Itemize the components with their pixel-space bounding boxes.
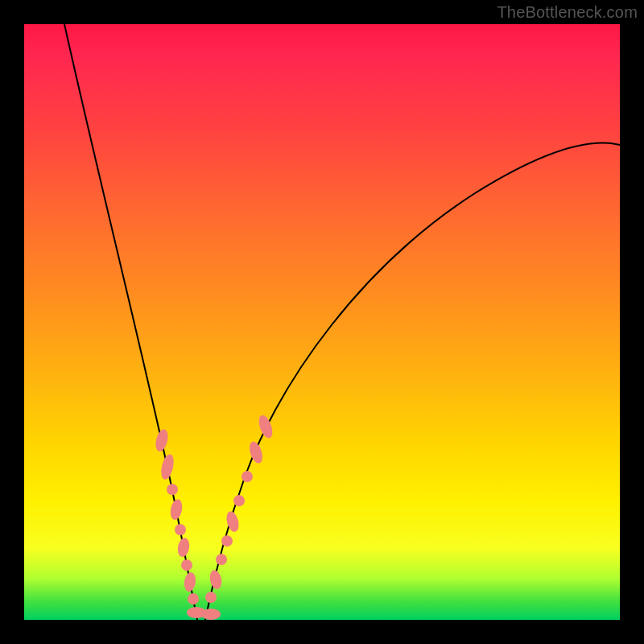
svg-point-13 — [216, 554, 227, 565]
svg-point-17 — [242, 471, 253, 482]
chart-canvas: TheBottleneck.com — [0, 0, 644, 644]
watermark-label: TheBottleneck.com — [497, 3, 638, 22]
plot-svg — [24, 24, 620, 620]
svg-point-6 — [181, 559, 192, 571]
svg-point-12 — [208, 569, 224, 590]
svg-point-0 — [154, 428, 170, 453]
svg-point-3 — [169, 498, 184, 521]
plot-area — [24, 24, 620, 620]
svg-point-5 — [176, 537, 191, 558]
svg-point-16 — [233, 495, 245, 506]
svg-point-14 — [221, 535, 233, 547]
svg-point-2 — [167, 484, 178, 495]
right-curve-markers — [205, 414, 275, 603]
right-curve — [205, 143, 620, 621]
svg-point-10 — [201, 609, 221, 620]
svg-point-18 — [247, 440, 265, 465]
svg-point-11 — [205, 592, 217, 603]
svg-point-4 — [175, 524, 186, 535]
svg-point-8 — [188, 593, 199, 605]
left-curve-markers — [154, 428, 221, 620]
svg-point-1 — [159, 453, 176, 481]
svg-point-7 — [183, 572, 196, 592]
